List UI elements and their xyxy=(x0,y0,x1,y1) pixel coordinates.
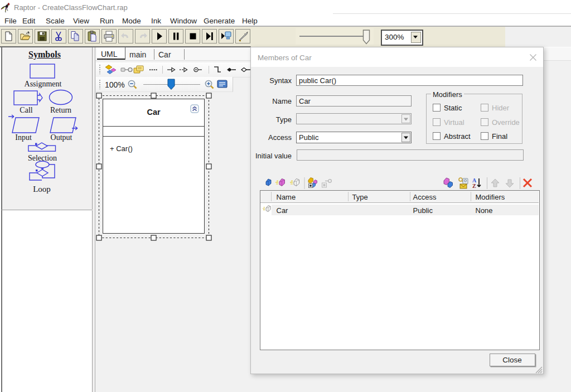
svg-text:Z: Z xyxy=(472,183,476,189)
